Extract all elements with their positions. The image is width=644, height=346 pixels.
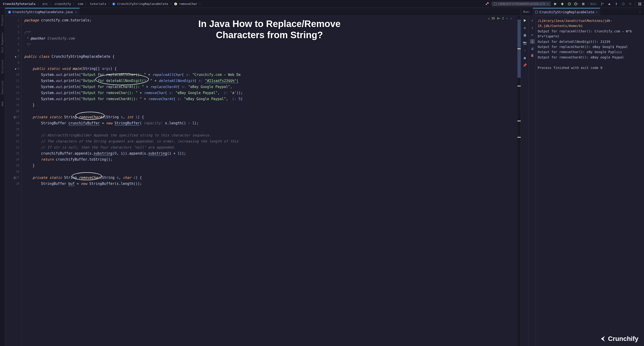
git-commit-icon[interactable] xyxy=(607,2,612,6)
gutter-line[interactable]: 19 xyxy=(5,126,21,132)
code-line[interactable]: */ xyxy=(24,42,518,48)
gutter-line[interactable]: 26 xyxy=(5,169,21,175)
gutter-line[interactable]: 4 xyxy=(5,35,21,42)
run-config-dropdown[interactable]: CRUNCHIFYSTRINGREPLACEDELETE ▾ xyxy=(492,2,551,6)
coverage-icon[interactable] xyxy=(567,2,572,6)
crumb-src[interactable]: src xyxy=(42,2,49,6)
gutter-line[interactable]: 24 xyxy=(5,156,21,163)
rerun-icon[interactable] xyxy=(522,18,527,23)
code-line[interactable]: System.out.println("Output for removeCha… xyxy=(24,96,518,102)
stop-icon[interactable] xyxy=(581,2,586,6)
run-gutter-icon[interactable]: ▶ xyxy=(15,68,16,70)
gutter-line[interactable]: 14 xyxy=(5,96,21,102)
git-branch-icon[interactable] xyxy=(600,2,605,6)
down-icon[interactable]: ↓ xyxy=(530,25,535,30)
code-line[interactable]: // AbstractStringBuilder Appends the spe… xyxy=(24,132,518,138)
prev-highlight-icon[interactable]: ↑ xyxy=(506,17,508,20)
warning-mark[interactable] xyxy=(518,49,521,49)
scroll-end-icon[interactable]: ⤓ xyxy=(530,39,535,44)
run-panel-menu-icon[interactable]: ⋮ xyxy=(638,10,642,14)
gutter-line[interactable]: 21 xyxy=(5,138,21,144)
gutter-line[interactable]: 15 xyxy=(5,102,21,108)
run-icon[interactable] xyxy=(553,2,558,6)
pin-icon[interactable]: 📌 xyxy=(522,63,527,68)
gutter-line[interactable]: 3 xyxy=(5,29,21,35)
gutter-line[interactable]: 1 xyxy=(5,17,21,23)
print-icon[interactable]: 🖨 xyxy=(530,46,535,51)
code-line[interactable] xyxy=(24,60,518,66)
warning-mark[interactable] xyxy=(518,121,521,121)
run-gutter-icon[interactable]: ▶ xyxy=(15,56,16,58)
profile-icon[interactable]: ▾ xyxy=(574,2,578,6)
gutter-line[interactable]: 8 xyxy=(5,60,21,66)
override-gutter-icon[interactable]: @ xyxy=(14,176,16,180)
warning-mark[interactable] xyxy=(518,137,521,138)
side-web[interactable]: Web xyxy=(1,102,4,106)
camera-icon[interactable]: 📷 xyxy=(522,41,527,45)
git-update-icon[interactable] xyxy=(614,2,619,6)
search-everywhere-icon[interactable] xyxy=(638,2,642,6)
code-line[interactable]: crunchifyBuffer.append(s.substring(0, i)… xyxy=(24,150,518,156)
crumb-file[interactable]: CrunchifyStringReplaceDelete xyxy=(116,2,169,6)
code-line[interactable]: public class CrunchifyStringReplaceDelet… xyxy=(24,54,518,60)
gutter-line[interactable]: 23 xyxy=(5,150,21,156)
settings-icon[interactable]: ⚙ xyxy=(522,26,527,30)
code-line[interactable]: System.out.println("Output for deleteAll… xyxy=(24,78,518,84)
override-gutter-icon[interactable]: @ xyxy=(14,115,16,119)
run-tab[interactable]: CrunchifyStringReplaceDelete × xyxy=(533,8,600,16)
gutter-line[interactable]: 10 xyxy=(5,72,21,78)
gutter-line[interactable]: 18 xyxy=(5,120,21,126)
attach-icon[interactable]: ⎓ xyxy=(522,48,527,53)
close-run-tab-icon[interactable]: × xyxy=(596,10,598,14)
gutter-line[interactable]: 16 xyxy=(5,108,21,114)
hammer-build-icon[interactable] xyxy=(485,2,489,6)
side-pull-requests[interactable]: Pull Requests xyxy=(1,33,4,53)
gutter-line[interactable]: 11 xyxy=(5,78,21,84)
gutter-line[interactable]: @17 xyxy=(5,114,21,120)
gutter-line[interactable]: 20 xyxy=(5,132,21,138)
gutter-line[interactable]: 13 xyxy=(5,90,21,96)
clear-icon[interactable]: 🗑 xyxy=(530,53,535,58)
stop-run-icon[interactable] xyxy=(522,33,527,38)
code-line[interactable]: } xyxy=(24,163,518,169)
gutter-line[interactable]: 2 xyxy=(5,23,21,29)
gutter-line[interactable]: @27 xyxy=(5,175,21,181)
code-line[interactable]: // If str is null, then the four charact… xyxy=(24,144,518,150)
gutter-line[interactable]: 25 xyxy=(5,163,21,169)
gutter-line[interactable]: 6 xyxy=(5,48,21,54)
side-structure[interactable]: Structure xyxy=(1,60,4,74)
git-history-icon[interactable] xyxy=(621,2,626,6)
warning-mark[interactable] xyxy=(518,86,521,86)
gutter-line[interactable]: 22 xyxy=(5,144,21,150)
debug-icon[interactable] xyxy=(560,2,565,6)
code-line[interactable] xyxy=(24,48,518,54)
crumb-com[interactable]: com xyxy=(77,2,84,6)
gutter-line[interactable]: 28 xyxy=(5,181,21,187)
code-line[interactable]: public static void main(String[] args) { xyxy=(24,66,518,72)
crumb-project[interactable]: CrunchifyTutorials xyxy=(2,2,36,6)
code-body[interactable]: ⚠ 15 A̶ 2 ↑ ↓ In Java How to Replace/Rem… xyxy=(22,16,518,346)
code-line[interactable] xyxy=(24,169,518,175)
typo-indicator[interactable]: A̶ 2 xyxy=(497,17,504,20)
code-line[interactable] xyxy=(24,108,518,114)
code-line[interactable]: System.out.println("Output for removeCha… xyxy=(24,90,518,96)
console[interactable]: /Library/Java/JavaVirtualMachines/jdk-15… xyxy=(536,16,644,346)
crumb-tutorials[interactable]: tutorials xyxy=(89,2,107,6)
crumb-crunchify[interactable]: crunchify xyxy=(54,2,72,6)
next-highlight-icon[interactable]: ↓ xyxy=(510,17,512,20)
scrollbar[interactable] xyxy=(518,16,521,346)
side-project[interactable]: Project xyxy=(1,15,4,26)
gutter-line[interactable]: 5 xyxy=(5,42,21,48)
code-line[interactable] xyxy=(24,126,518,132)
layout-icon[interactable]: ▦ xyxy=(522,56,527,60)
gutter-line[interactable]: ▶9 xyxy=(5,66,21,72)
up-icon[interactable]: ↑ xyxy=(530,18,535,23)
code-line[interactable]: private static String removeCharAt(Strin… xyxy=(24,114,518,120)
code-line[interactable]: System.out.println("Output for replaceAl… xyxy=(24,72,518,78)
close-tab-icon[interactable]: × xyxy=(75,10,77,14)
code-line[interactable]: StringBuffer crunchifyBuffer = new Strin… xyxy=(24,120,518,126)
code-line[interactable]: StringBuffer buf = new StringBuffer(s.le… xyxy=(24,181,518,187)
code-line[interactable]: } xyxy=(24,102,518,108)
side-favorites[interactable]: Favorites xyxy=(1,81,4,95)
editor-tab[interactable]: C CrunchifyStringReplaceDelete.java × xyxy=(5,8,80,16)
